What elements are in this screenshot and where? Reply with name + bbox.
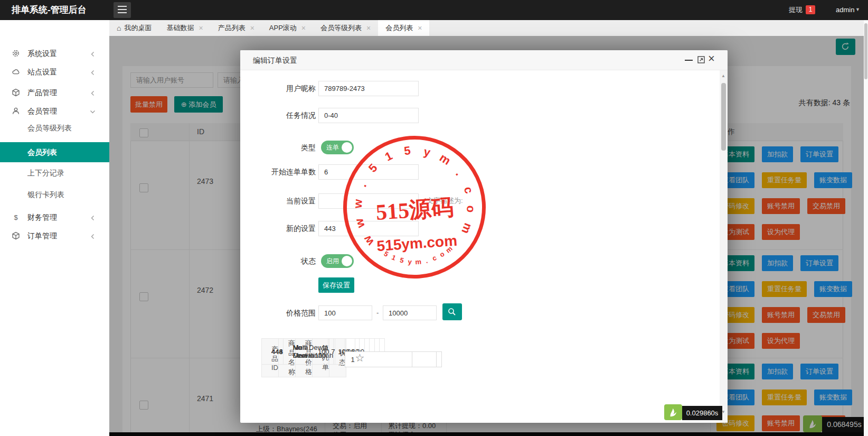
tab-label: APP滚动 <box>269 23 297 33</box>
sidebar: 系统设置站点设置产品管理会员管理会员等级列表会员列表上下分记录银行卡列表$财务管… <box>0 20 109 436</box>
withdraw-badge: 1 <box>806 5 815 14</box>
tab-close-icon[interactable]: × <box>199 24 203 32</box>
sidebar-item-会员管理[interactable]: 会员管理 <box>0 101 109 120</box>
save-settings-button[interactable]: 保存设置 <box>318 277 354 293</box>
modal-header <box>240 50 728 70</box>
field-label: 开始连单单数 <box>240 164 316 180</box>
dollar-icon: $ <box>12 213 20 221</box>
tab-close-icon[interactable]: × <box>301 24 306 32</box>
sidebar-item-系统设置[interactable]: 系统设置 <box>0 44 109 63</box>
chevron-down-icon: ▼ <box>855 7 860 12</box>
nickname-input[interactable] <box>318 81 419 96</box>
scroll-up-icon[interactable]: ▲ <box>721 73 725 78</box>
field-label: 任务情况 <box>240 108 316 123</box>
tab-我的桌面[interactable]: ⌂我的桌面 <box>109 20 159 36</box>
tab-产品列表[interactable]: 产品列表× <box>211 20 262 36</box>
withdraw-link[interactable]: 提现 <box>789 0 803 20</box>
app-title: 排单系统-管理后台 <box>12 0 87 20</box>
chevron-left-icon <box>90 90 96 98</box>
tab-会员列表[interactable]: 会员列表× <box>378 20 429 36</box>
tab-label: 基础数据 <box>166 23 194 33</box>
status-toggle[interactable]: 启用 <box>321 254 354 268</box>
close-icon[interactable]: × <box>708 52 715 66</box>
field-label: 当前设置 <box>240 193 316 209</box>
product-row: 446No Love100.7☆ <box>261 338 355 365</box>
tab-close-icon[interactable]: × <box>418 24 422 32</box>
field-label: 新的设置 <box>240 221 316 236</box>
page-scrollbar[interactable] <box>864 20 868 436</box>
sidebar-item-产品管理[interactable]: 产品管理 <box>0 83 109 102</box>
chevron-left-icon <box>90 215 96 222</box>
topbar: 排单系统-管理后台 提现 1 admin ▼ <box>0 0 868 20</box>
tab-基础数据[interactable]: 基础数据× <box>159 20 210 36</box>
tab-label: 会员等级列表 <box>320 23 362 33</box>
price-min-input[interactable] <box>318 305 372 320</box>
field-label: 类型 <box>240 141 316 154</box>
field-label: 价格范围 <box>240 305 316 320</box>
cloud-icon <box>12 68 20 76</box>
price-separator: - <box>376 305 379 320</box>
sidebar-item-会员等级列表[interactable]: 会员等级列表 <box>0 118 109 137</box>
modal-scrollbar-thumb[interactable] <box>721 83 726 151</box>
star-empty-icon[interactable]: ☆ <box>355 351 364 364</box>
price-search-button[interactable] <box>442 303 462 320</box>
current-setting-input[interactable] <box>318 193 419 209</box>
sidebar-item-站点设置[interactable]: 站点设置 <box>0 62 109 81</box>
page-scrollbar-thumb[interactable] <box>864 23 867 79</box>
type-toggle[interactable]: 连单 <box>321 141 354 154</box>
field-label: 状态 <box>240 254 316 268</box>
search-icon <box>447 307 457 317</box>
trace-leaf-icon[interactable] <box>664 404 682 420</box>
tab-会员等级列表[interactable]: 会员等级列表× <box>313 20 378 36</box>
start-count-input[interactable] <box>318 164 419 180</box>
field-hint: *文字描述为: <box>424 196 463 206</box>
sidebar-item-会员列表[interactable]: 会员列表 <box>0 142 109 162</box>
sidebar-item-财务管理[interactable]: $财务管理 <box>0 208 109 227</box>
tab-label: 会员列表 <box>385 23 413 33</box>
modal-title: 编辑订单设置 <box>253 50 297 70</box>
toggle-knob <box>342 256 352 266</box>
user-icon <box>12 107 20 115</box>
maximize-icon[interactable] <box>697 56 705 63</box>
sidebar-item-银行卡列表[interactable]: 银行卡列表 <box>0 185 109 204</box>
chevron-left-icon <box>90 51 96 59</box>
tab-label: 产品列表 <box>218 23 246 33</box>
user-menu[interactable]: admin <box>836 0 854 20</box>
gear-icon <box>12 49 20 58</box>
cube-icon <box>12 88 20 97</box>
cube-icon <box>12 231 20 240</box>
minimize-icon[interactable] <box>685 60 693 61</box>
tab-close-icon[interactable]: × <box>250 24 254 32</box>
page: 排单系统-管理后台 提现 1 admin ▼ ⌂我的桌面基础数据×产品列表×AP… <box>0 0 868 436</box>
hamburger-menu-icon[interactable] <box>114 2 131 18</box>
task-input[interactable] <box>318 108 419 123</box>
toggle-knob <box>342 142 352 153</box>
sidebar-item-订单管理[interactable]: 订单管理 <box>0 226 109 245</box>
tab-close-icon[interactable]: × <box>366 24 371 32</box>
sidebar-item-上下分记录[interactable]: 上下分记录 <box>0 163 109 182</box>
new-setting-input[interactable] <box>318 221 419 236</box>
chevron-left-icon <box>90 233 96 241</box>
home-icon: ⌂ <box>117 24 121 32</box>
chevron-down-icon <box>90 108 96 116</box>
svg-text:$: $ <box>14 214 18 221</box>
chevron-left-icon <box>90 69 96 77</box>
edit-order-settings-modal: 编辑订单设置 × 用户昵称 任务情况 类型 连单 开始连单单数 当前设置 *文字… <box>240 50 728 423</box>
tab-label: 我的桌面 <box>124 23 152 33</box>
field-label: 用户昵称 <box>240 81 316 96</box>
tab-APP滚动[interactable]: APP滚动× <box>262 20 313 36</box>
modal-trace-time: 0.029860s <box>682 406 722 420</box>
tabbar: ⌂我的桌面基础数据×产品列表×APP滚动×会员等级列表×会员列表× <box>109 20 868 36</box>
price-max-input[interactable] <box>383 305 437 320</box>
